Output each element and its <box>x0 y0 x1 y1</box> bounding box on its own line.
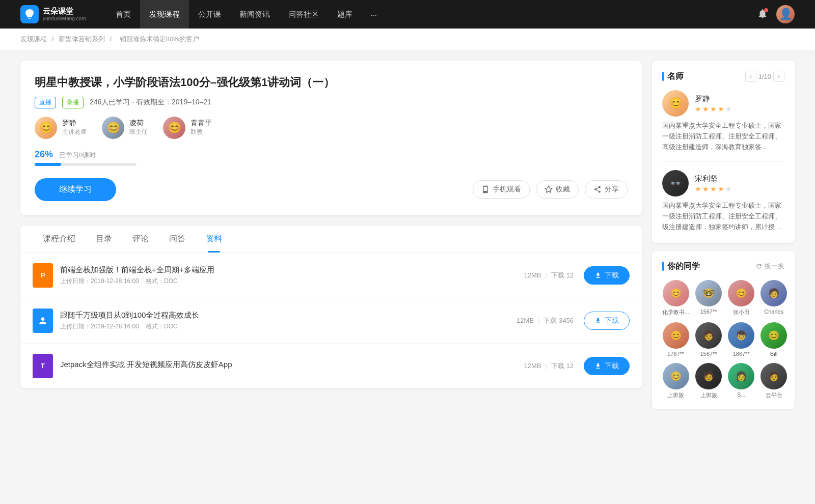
share-button[interactable]: 分享 <box>585 180 628 199</box>
file-icon-3: T <box>33 354 53 378</box>
progress-label: 26% <box>35 149 53 159</box>
classmate-3[interactable]: 😊 张小田 <box>728 280 754 316</box>
logo[interactable]: 云朵课堂 yunduoketang.com <box>20 5 86 23</box>
notification-bell[interactable] <box>757 8 768 21</box>
classmate-1[interactable]: 😊 化学教书... <box>662 280 689 316</box>
teacher-1-name: 罗静 <box>62 119 87 128</box>
classmates-title: 你的同学 <box>667 261 700 272</box>
classmate-7-avatar: 👦 <box>728 322 754 349</box>
nav-item-more[interactable]: ··· <box>362 0 387 29</box>
nav-item-open[interactable]: 公开课 <box>189 0 230 29</box>
nav-right: 👤 <box>757 5 795 23</box>
file-info-1: 前端全栈加强版！前端全栈+全周期+多端应用 上传日期：2019-12-28 16… <box>60 265 524 286</box>
nav-item-news[interactable]: 新闻资讯 <box>230 0 279 29</box>
progress-bar-fill <box>35 163 61 166</box>
tab-intro[interactable]: 课程介绍 <box>33 226 86 253</box>
nav-item-courses[interactable]: 发现课程 <box>140 0 189 29</box>
classmate-1-name: 化学教书... <box>662 309 689 316</box>
logo-name: 云朵课堂 <box>43 7 86 16</box>
classmates-sidebar-card: 你的同学 换一换 😊 化学教书... 🤓 1567** <box>652 251 795 409</box>
breadcrumb-link-2[interactable]: 新媒体营销系列 <box>59 35 105 43</box>
teacher-1-role: 主讲老师 <box>62 128 87 136</box>
download-button-3[interactable]: 下载 <box>584 357 630 375</box>
progress-sub: 已学习0课时 <box>59 151 96 160</box>
tabs-header: 课程介绍 目录 评论 问答 资料 <box>20 226 642 253</box>
nav-menu: 首页 发现课程 公开课 新闻资讯 问答社区 题库 ··· <box>106 0 757 29</box>
logo-sub: yunduoketang.com <box>43 16 86 22</box>
classmate-5[interactable]: 😊 1767** <box>662 322 689 357</box>
file-item: 跟随千万级项目从0到100全过程高效成长 上传日期：2019-12-28 16:… <box>20 298 642 344</box>
tabs-card: 课程介绍 目录 评论 问答 资料 P 前端全栈加强版！前端全栈+全周期+多端应用… <box>20 226 642 388</box>
breadcrumb: 发现课程 / 新媒体营销系列 / 销冠修炼术摘定80%的客户 <box>0 29 815 50</box>
tab-qa[interactable]: 问答 <box>159 226 196 253</box>
classmate-8[interactable]: 😊 Bill <box>760 322 787 357</box>
refresh-classmates-button[interactable]: 换一换 <box>755 262 784 271</box>
classmate-2-avatar: 🤓 <box>695 280 722 306</box>
pagination-next[interactable]: › <box>773 71 784 82</box>
classmate-12-avatar: 🧑 <box>760 363 787 389</box>
collect-button[interactable]: 收藏 <box>536 180 579 199</box>
teachers-list: 😊 罗静 主讲老师 😊 凌荷 班主任 😊 青青平 <box>35 117 628 139</box>
teacher-3-avatar: 😊 <box>163 117 185 139</box>
logo-icon <box>20 5 39 23</box>
sidebar-teacher-2-name: 宋利坚 <box>695 174 732 184</box>
classmate-2[interactable]: 🤓 1567** <box>695 280 722 316</box>
teacher-3-name: 青青平 <box>191 119 212 128</box>
breadcrumb-current: 销冠修炼术摘定80%的客户 <box>120 35 199 43</box>
sidebar-teacher-1-desc: 国内某重点大学安全工程专业硕士，国家一级注册消防工程师、注册安全工程师、高级注册… <box>662 121 784 152</box>
refresh-label: 换一换 <box>765 262 784 271</box>
classmate-9-name: 上班族 <box>667 391 684 399</box>
mobile-watch-label: 手机观看 <box>493 185 521 194</box>
classmate-10[interactable]: 🧑 上班族 <box>695 363 722 399</box>
file-stats-1: 12MB | 下载 12 <box>524 271 574 280</box>
continue-button[interactable]: 继续学习 <box>35 178 116 201</box>
file-date-1: 上传日期：2019-12-28 16:00 <box>60 277 139 285</box>
classmate-4[interactable]: 🧑 Charles <box>760 280 787 316</box>
download-button-2[interactable]: 下载 <box>584 312 630 330</box>
file-item: T Jetpack全组件实战 开发短视频应用高仿皮皮虾App 12MB | 下载… <box>20 344 642 388</box>
collect-label: 收藏 <box>556 185 570 194</box>
file-format-1: 格式：DOC <box>146 277 178 285</box>
sidebar-teacher-1-avatar: 😊 <box>662 90 689 117</box>
classmate-1-avatar: 😊 <box>663 280 689 306</box>
classmate-5-avatar: 😊 <box>663 322 689 349</box>
classmate-11-avatar: 👩 <box>728 363 754 389</box>
tab-materials[interactable]: 资料 <box>196 226 232 253</box>
sidebar-area: 名师 ‹ 1/10 › 😊 罗静 ★ ★ <box>652 61 795 417</box>
classmate-12[interactable]: 🧑 云平台 <box>760 363 787 399</box>
classmate-11-name: S... <box>737 391 746 398</box>
classmate-9[interactable]: 😊 上班族 <box>662 363 689 399</box>
classmate-10-avatar: 🧑 <box>695 363 722 389</box>
action-buttons: 手机观看 收藏 分享 <box>473 180 628 199</box>
course-title: 明星中教授课，小学阶段语法100分–强化级第1讲动词（一） <box>35 75 628 91</box>
nav-item-quiz[interactable]: 题库 <box>328 0 362 29</box>
teacher-1-avatar: 😊 <box>35 117 57 139</box>
tab-review[interactable]: 评论 <box>122 226 159 253</box>
nav-item-qa[interactable]: 问答社区 <box>279 0 328 29</box>
tab-catalog[interactable]: 目录 <box>86 226 122 253</box>
file-name-1: 前端全栈加强版！前端全栈+全周期+多端应用 <box>60 265 524 275</box>
course-info: 246人已学习 · 有效期至：2019–10–21 <box>90 98 211 107</box>
mobile-watch-button[interactable]: 手机观看 <box>473 180 530 199</box>
classmate-4-avatar: 🧑 <box>760 280 787 306</box>
teacher-3: 😊 青青平 助教 <box>163 117 212 139</box>
file-stats-3: 12MB | 下载 12 <box>524 361 574 371</box>
svg-marker-0 <box>545 186 552 193</box>
user-avatar[interactable]: 👤 <box>776 5 795 23</box>
classmate-11[interactable]: 👩 S... <box>728 363 754 399</box>
file-item: P 前端全栈加强版！前端全栈+全周期+多端应用 上传日期：2019-12-28 … <box>20 253 642 298</box>
classmate-9-avatar: 😊 <box>663 363 689 389</box>
teacher-2: 😊 凌荷 班主任 <box>102 117 148 139</box>
download-button-1[interactable]: 下载 <box>584 266 630 285</box>
teacher-2-role: 班主任 <box>129 128 148 136</box>
content-area: 明星中教授课，小学阶段语法100分–强化级第1讲动词（一） 直播 录播 246人… <box>20 61 642 417</box>
file-icon-2 <box>33 309 53 333</box>
tabs-body: P 前端全栈加强版！前端全栈+全周期+多端应用 上传日期：2019-12-28 … <box>20 253 642 388</box>
nav-item-home[interactable]: 首页 <box>106 0 140 29</box>
pagination-prev[interactable]: ‹ <box>745 71 756 82</box>
classmate-7[interactable]: 👦 1867** <box>728 322 754 357</box>
classmate-4-name: Charles <box>764 309 783 315</box>
breadcrumb-link-1[interactable]: 发现课程 <box>20 35 47 43</box>
file-format-2: 格式：DOC <box>146 323 178 330</box>
classmate-6[interactable]: 🧑 1567** <box>695 322 722 357</box>
